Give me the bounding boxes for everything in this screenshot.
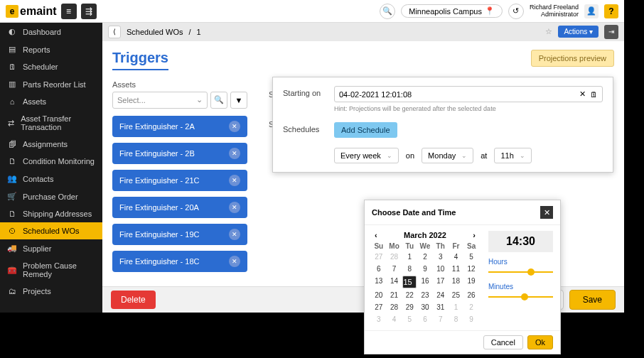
calendar-icon[interactable]: 🗓	[590, 90, 598, 99]
calendar-day[interactable]: 20	[372, 290, 386, 300]
minutes-slider[interactable]	[488, 292, 553, 302]
calendar-day[interactable]: 30	[418, 302, 432, 313]
campus-selector[interactable]: Minneapolis Campus 📍	[401, 4, 503, 18]
remove-asset-icon[interactable]: ✕	[229, 175, 240, 186]
day-select[interactable]: Monday⌄	[422, 148, 473, 163]
share-icon[interactable]: ⇶	[81, 4, 97, 19]
calendar-day[interactable]: 6	[418, 314, 432, 325]
remove-asset-icon[interactable]: ✕	[229, 202, 240, 213]
calendar-day[interactable]: 7	[387, 264, 402, 274]
calendar-day[interactable]: 28	[387, 302, 402, 313]
calendar-day[interactable]: 29	[402, 302, 417, 313]
frequency-select[interactable]: Every week⌄	[334, 148, 399, 163]
calendar-day[interactable]: 8	[402, 264, 417, 274]
calendar-day[interactable]: 13	[372, 276, 386, 288]
remove-asset-icon[interactable]: ✕	[229, 229, 240, 240]
sidebar-item-scheduled-wos[interactable]: ⏲Scheduled WOs	[0, 222, 102, 239]
sidebar-item-dashboard[interactable]: ◐Dashboard	[0, 23, 102, 40]
calendar-day[interactable]: 2	[464, 302, 478, 313]
asset-pill[interactable]: Fire Extinguisher - 18C✕	[112, 251, 247, 272]
calendar-day[interactable]: 9	[418, 264, 432, 274]
calendar-day[interactable]: 3	[434, 251, 448, 262]
calendar-day[interactable]: 18	[449, 276, 463, 288]
calendar-day[interactable]: 4	[387, 314, 402, 325]
sidebar-item-projects[interactable]: 🗂Projects	[0, 283, 102, 300]
picker-ok-button[interactable]: Ok	[527, 335, 553, 349]
calendar-day[interactable]: 31	[434, 302, 448, 313]
calendar-day[interactable]: 1	[402, 251, 417, 262]
logo[interactable]: eemaint	[6, 5, 57, 18]
calendar-day[interactable]: 10	[434, 264, 448, 274]
calendar-day[interactable]: 1	[449, 302, 463, 313]
asset-pill[interactable]: Fire Extinguisher - 20A✕	[112, 197, 247, 218]
sidebar-item-reports[interactable]: ▤Reports	[0, 40, 102, 58]
asset-select[interactable]: Select... ⌄	[112, 92, 208, 109]
next-month-icon[interactable]: ›	[470, 231, 478, 239]
sidebar-item-problem-cause-remedy[interactable]: 🧰Problem Cause Remedy	[0, 257, 102, 283]
help-icon[interactable]: ?	[604, 4, 618, 18]
calendar-day[interactable]: 5	[402, 314, 417, 325]
history-icon[interactable]: ↺	[508, 4, 524, 19]
remove-asset-icon[interactable]: ✕	[229, 148, 240, 159]
sidebar-item-parts-reorder-list[interactable]: ▥Parts Reorder List	[0, 75, 102, 93]
remove-asset-icon[interactable]: ✕	[229, 121, 240, 132]
calendar-day[interactable]: 4	[449, 251, 463, 262]
hours-slider[interactable]	[488, 267, 553, 277]
sidebar-item-supplier[interactable]: 🚚Supplier	[0, 239, 102, 257]
hour-select[interactable]: 11h⌄	[494, 148, 531, 163]
calendar-day[interactable]: 14	[387, 276, 402, 288]
calendar-day[interactable]: 17	[434, 276, 448, 288]
sidebar-item-purchase-order[interactable]: 🛒Purchase Order	[0, 188, 102, 205]
calendar-day[interactable]: 15	[402, 276, 417, 288]
close-icon[interactable]: ✕	[540, 206, 553, 219]
sidebar-item-condition-monitoring[interactable]: 🗋Condition Monitoring	[0, 153, 102, 170]
export-icon[interactable]: ⇥	[604, 25, 618, 39]
menu-icon[interactable]: ≡	[61, 4, 77, 19]
asset-pill[interactable]: Fire Extinguisher - 19C✕	[112, 224, 247, 245]
user-block[interactable]: Richard Freeland Administrator	[530, 4, 579, 18]
prev-month-icon[interactable]: ‹	[372, 231, 380, 239]
add-schedule-button[interactable]: Add Schedule	[334, 122, 397, 138]
sidebar-item-scheduler[interactable]: 🗓Scheduler	[0, 58, 102, 75]
sidebar-item-contacts[interactable]: 👥Contacts	[0, 170, 102, 188]
calendar-day[interactable]: 24	[434, 290, 448, 300]
calendar-day[interactable]: 23	[418, 290, 432, 300]
actions-button[interactable]: Actions ▾	[558, 26, 599, 38]
calendar-day[interactable]: 12	[464, 264, 478, 274]
clear-icon[interactable]: ✕	[579, 90, 586, 99]
sidebar-item-shipping-addresses[interactable]: 🗋Shipping Addresses	[0, 205, 102, 222]
calendar-day[interactable]: 28	[387, 251, 402, 262]
user-icon[interactable]: 👤	[584, 4, 599, 18]
asset-pill[interactable]: Fire Extinguisher - 2B✕	[112, 143, 247, 164]
calendar-day[interactable]: 21	[387, 290, 402, 300]
calendar-day[interactable]: 11	[449, 264, 463, 274]
calendar-day[interactable]: 25	[449, 290, 463, 300]
asset-pill[interactable]: Fire Extinguisher - 2A✕	[112, 116, 247, 137]
back-icon[interactable]: ⟨	[108, 26, 121, 38]
calendar-day[interactable]: 27	[372, 302, 386, 313]
sidebar-item-assets[interactable]: ⌂Assets	[0, 93, 102, 110]
calendar-day[interactable]: 7	[434, 314, 448, 325]
save-button[interactable]: Save	[569, 290, 616, 310]
calendar-day[interactable]: 3	[372, 314, 386, 325]
asset-pill[interactable]: Fire Extinguisher - 21C✕	[112, 170, 247, 191]
calendar-day[interactable]: 2	[418, 251, 432, 262]
calendar-day[interactable]: 5	[464, 251, 478, 262]
delete-button[interactable]: Delete	[111, 291, 156, 309]
remove-asset-icon[interactable]: ✕	[229, 256, 240, 267]
asset-filter-button[interactable]: ▼	[230, 92, 247, 109]
search-icon[interactable]: 🔍	[380, 4, 395, 19]
calendar-day[interactable]: 26	[464, 290, 478, 300]
picker-cancel-button[interactable]: Cancel	[483, 335, 523, 349]
calendar-day[interactable]: 16	[418, 276, 432, 288]
breadcrumb-page[interactable]: Scheduled WOs	[127, 28, 183, 36]
asset-search-button[interactable]: 🔍	[210, 92, 227, 109]
calendar-day[interactable]: 22	[402, 290, 417, 300]
sidebar-item-asset-transfer-transaction[interactable]: ⇄Asset Transfer Transaction	[0, 110, 102, 136]
calendar-day[interactable]: 9	[464, 314, 478, 325]
star-icon[interactable]: ☆	[545, 27, 552, 36]
sidebar-item-assignments[interactable]: 🗐Assignments	[0, 136, 102, 153]
calendar-day[interactable]: 27	[372, 251, 386, 262]
calendar-day[interactable]: 6	[372, 264, 386, 274]
starting-date-input[interactable]: 04-02-2021 12:01:08 ✕ 🗓	[334, 86, 603, 102]
